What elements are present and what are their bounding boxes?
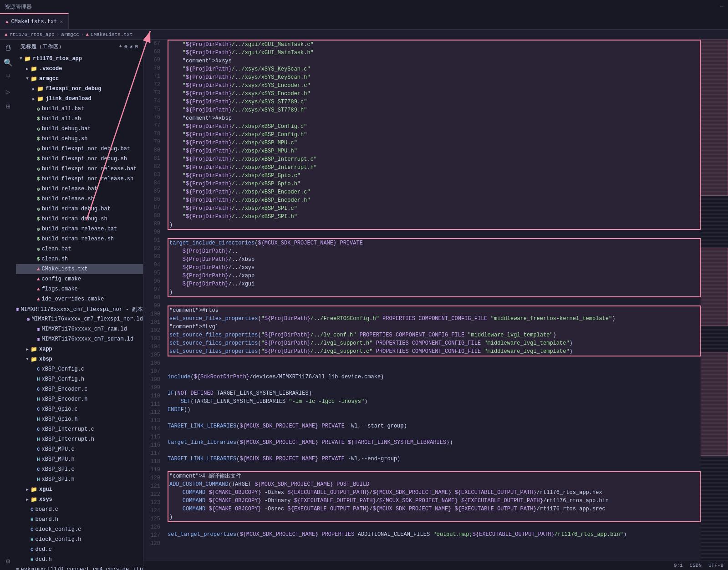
sidebar-item-mimxrt1_ld4[interactable]: ⊛MIMXRT1176xxxxx_cm7_sdram.ld [16, 334, 143, 344]
sidebar-item-board_c[interactable]: Cboard.c [16, 504, 143, 514]
activity-bar: ⎙ 🔍 ⑂ ▷ ⊞ ⚙ [0, 40, 16, 570]
sidebar-item-build_release_bat[interactable]: ⚙build_release.bat [16, 184, 143, 194]
sidebar-item-xbsp_mpu_c[interactable]: CxBSP_MPU.c [16, 444, 143, 454]
sidebar-item-xbsp_gpio_h[interactable]: HxBSP_Gpio.h [16, 414, 143, 424]
activity-search[interactable]: 🔍 [1, 56, 15, 70]
sidebar-item-build_flexspi_nor_debug_sh[interactable]: $build_flexspi_nor_debug.sh [16, 154, 143, 164]
line-number-97: 97 [143, 285, 160, 294]
sidebar-item-xbsp_spi_h[interactable]: HxBSP_SPI.h [16, 474, 143, 484]
sidebar-item-xbsp_config_c[interactable]: CxBSP_Config.c [16, 364, 143, 374]
breadcrumb-app[interactable]: rt1176_rtos_app [10, 32, 55, 37]
sidebar-item-mimxrt1_ld2[interactable]: ⊛MIMXRT1176xxxxx_cm7_flexspi_nor.ld [16, 314, 143, 324]
breadcrumb-armgcc[interactable]: armgcc [61, 32, 79, 37]
sidebar-item-xbsp_interrupt_h[interactable]: HxBSP_Interrupt.h [16, 434, 143, 444]
tab-cmake-label: CMakeLists.txt [11, 19, 57, 25]
code-line-97: ) [168, 288, 701, 297]
sidebar-item-build_flexspi_nor_release_bat[interactable]: ⚙build_flexspi_nor_release.bat [16, 164, 143, 174]
sidebar-item-mimxrt1_ld1[interactable]: ⊛MIMXRT1176xxxxx_cm7_flexspi_nor - 副本.ld [16, 304, 143, 314]
sidebar-item-xgui[interactable]: ▶📁xgui [16, 484, 143, 494]
new-folder-icon[interactable]: ⊕ [124, 44, 128, 50]
sidebar-item-build_sdram_release_sh[interactable]: $build_sdram_release.sh [16, 234, 143, 244]
code-line-99: "comment">#rtos [168, 305, 701, 315]
h-icon-xbsp_interrupt_h: H [37, 437, 40, 442]
sidebar-item-flags_cmake[interactable]: ▲flags.cmake [16, 284, 143, 294]
sidebar-item-xsys[interactable]: ▶📁xsys [16, 494, 143, 504]
sidebar-item-rt1176[interactable]: ▼📁rt1176_rtos_app [16, 54, 143, 64]
title-bar-controls[interactable]: ⋯ [720, 4, 723, 10]
sidebar-item-vscode[interactable]: ▶📁.vscode [16, 64, 143, 74]
sidebar-item-clock_config_h[interactable]: Hclock_config.h [16, 534, 143, 545]
sidebar-item-armgcc[interactable]: ▼📁armgcc [16, 74, 143, 84]
sidebar-item-xbsp_config_h[interactable]: HxBSP_Config.h [16, 374, 143, 384]
sidebar-item-xapp[interactable]: ▶📁xapp [16, 344, 143, 354]
sidebar-item-build_sdram_release_bat[interactable]: ⚙build_sdram_release.bat [16, 224, 143, 234]
sidebar-item-build_all_sh[interactable]: $build_all.sh [16, 114, 143, 124]
activity-extensions[interactable]: ⊞ [1, 100, 15, 113]
code-line-124: ) [168, 513, 701, 522]
sidebar-item-build_flexspi_nor_debug_bat[interactable]: ⚙build_flexspi_nor_debug.bat [16, 144, 143, 154]
tab-close-icon[interactable]: ✕ [60, 19, 63, 25]
code-line-101: "comment">#Lvgl [168, 323, 701, 331]
sidebar-item-build_all_bat[interactable]: ⚙build_all.bat [16, 104, 143, 114]
line-number-108: 108 [143, 376, 160, 384]
sidebar-item-xbsp_gpio_c[interactable]: CxBSP_Gpio.c [16, 404, 143, 414]
collapse-icon[interactable]: ⊟ [135, 44, 138, 50]
sidebar-item-jlink_download[interactable]: ▶📁jlink_download [16, 94, 143, 104]
sh-icon-build_flexspi_nor_release_sh: $ [37, 176, 40, 182]
tree-label-xbsp_mpu_c: xBSP_MPU.c [42, 446, 75, 453]
sidebar-item-clean_sh[interactable]: $clean.sh [16, 254, 143, 264]
refresh-icon[interactable]: ↺ [130, 44, 133, 50]
activity-git[interactable]: ⑂ [1, 71, 15, 84]
sidebar-item-mimxrt1_ld3[interactable]: ⊛MIMXRT1176xxxxx_cm7_ram.ld [16, 324, 143, 334]
sh-icon-clean_sh: $ [37, 256, 40, 262]
tree-label-clock_config_h: clock_config.h [36, 536, 81, 543]
sidebar-item-build_debug_sh[interactable]: $build_debug.sh [16, 134, 143, 144]
code-line-123: COMMAND ${CMAKE_OBJCOPY} -Osrec ${EXECUT… [168, 505, 701, 513]
sidebar-item-flexspi_nor_debug[interactable]: ▶📁flexspi_nor_debug [16, 84, 143, 94]
h-icon-xbsp_spi_h: H [37, 477, 40, 482]
sidebar-item-dcd_c[interactable]: Cdcd.c [16, 545, 143, 555]
sidebar-item-config_cmake[interactable]: ▲config.cmake [16, 274, 143, 284]
code-line-67: "${ProjDirPath}/../xgui/xGUI_MainTask.c" [168, 40, 701, 49]
breadcrumb-cmake[interactable]: CMakeLists.txt [91, 32, 132, 37]
sidebar-item-ide_overrides_cmake[interactable]: ▲ide_overrides.cmake [16, 294, 143, 304]
sidebar-item-clock_config_c[interactable]: Cclock_config.c [16, 524, 143, 534]
sidebar-item-clean_bat[interactable]: ⚙clean.bat [16, 244, 143, 254]
sidebar-item-xbsp_encoder_h[interactable]: HxBSP_Encoder.h [16, 394, 143, 404]
line-number-116: 116 [143, 441, 160, 449]
tree-label-build_release_bat: build_release.bat [42, 186, 97, 192]
sidebar-item-cmakelists[interactable]: ▲CMakeLists.txt [16, 264, 143, 274]
folder-open-icon-armgcc: 📁 [31, 76, 37, 82]
tree-label-clock_config_c: clock_config.c [36, 526, 81, 533]
line-number-120: 120 [143, 474, 160, 482]
code-line-80: "${ProjDirPath}/../xbsp/xBSP_MPU.h" [168, 147, 701, 155]
code-content[interactable]: "${ProjDirPath}/../xgui/xGUI_MainTask.c"… [164, 40, 701, 560]
tree-label-xbsp_gpio_c: xBSP_Gpio.c [42, 406, 78, 412]
sidebar-item-build_sdram_debug_bat[interactable]: ⚙build_sdram_debug.bat [16, 204, 143, 214]
sidebar-item-build_flexspi_nor_release_sh[interactable]: $build_flexspi_nor_release.sh [16, 174, 143, 184]
line-number-73: 73 [143, 89, 160, 97]
activity-settings[interactable]: ⚙ [1, 555, 15, 568]
activity-explorer[interactable]: ⎙ [1, 41, 15, 55]
sidebar-item-build_debug_bat[interactable]: ⚙build_debug.bat [16, 124, 143, 134]
sidebar-item-xbsp_interrupt_c[interactable]: CxBSP_Interrupt.c [16, 424, 143, 434]
sidebar-item-xbsp_encoder_c[interactable]: CxBSP_Encoder.c [16, 384, 143, 394]
sidebar-item-build_release_sh[interactable]: $build_release.sh [16, 194, 143, 204]
sh-icon-build_flexspi_nor_debug_sh: $ [37, 156, 40, 162]
code-line-68: "${ProjDirPath}/../xgui/xGUI_MainTask.h" [168, 49, 701, 57]
sidebar-item-evkmimxrt1170[interactable]: ≡evkmimxrt1170_connect_cm4_cm7side.jlink… [16, 565, 143, 570]
new-file-icon[interactable]: + [119, 44, 123, 50]
sidebar-item-dcd_h[interactable]: Hdcd.h [16, 555, 143, 565]
sidebar-item-xbsp_spi_c[interactable]: CxBSP_SPI.c [16, 464, 143, 474]
sidebar-item-build_sdram_debug_sh[interactable]: $build_sdram_debug.sh [16, 214, 143, 224]
sidebar-item-board_h[interactable]: Hboard.h [16, 514, 143, 524]
tree-label-flexspi_nor_debug: flexspi_nor_debug [46, 86, 101, 92]
line-number-117: 117 [143, 449, 160, 458]
code-line-98 [168, 297, 701, 305]
sidebar-item-xbsp_mpu_h[interactable]: HxBSP_MPU.h [16, 454, 143, 464]
activity-debug[interactable]: ▷ [1, 85, 15, 99]
sidebar-item-xbsp[interactable]: ▼📁xbsp [16, 354, 143, 364]
tree-label-build_sdram_debug_sh: build_sdram_debug.sh [42, 216, 107, 222]
code-line-82: "${ProjDirPath}/../xbsp/xBSP_Interrupt.h… [168, 163, 701, 172]
tab-cmake[interactable]: ▲ CMakeLists.txt ✕ [0, 13, 69, 29]
